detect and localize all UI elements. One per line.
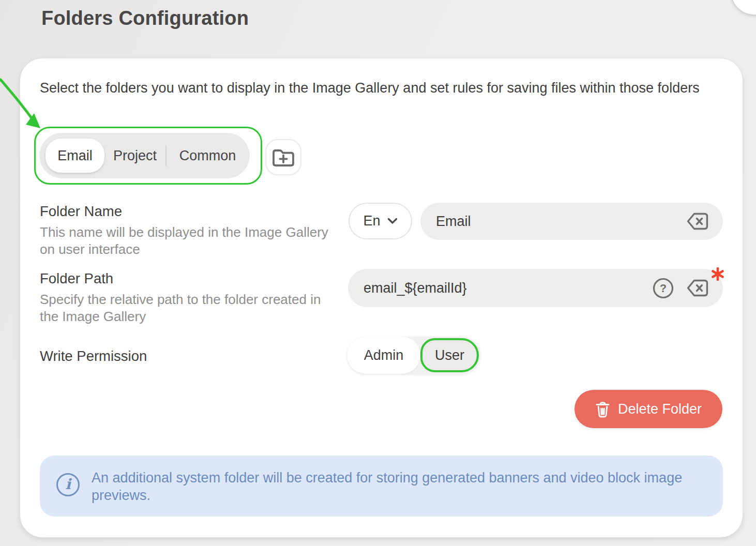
- tab-project[interactable]: Project: [104, 133, 165, 178]
- tab-email-label: Email: [57, 148, 93, 164]
- add-folder-button[interactable]: [265, 139, 301, 175]
- tab-common[interactable]: Common: [167, 133, 249, 178]
- annotation-arrow: [0, 77, 49, 131]
- folder-path-description: Specify the relative path to the folder …: [40, 291, 340, 325]
- folder-name-description: This name will be displayed in the Image…: [40, 224, 340, 257]
- folder-path-label: Folder Path: [40, 270, 113, 287]
- info-banner-text: An additional system folder will be crea…: [92, 469, 686, 504]
- folder-path-clear-button[interactable]: [686, 278, 709, 298]
- write-permission-toggle: Admin User: [347, 337, 480, 374]
- info-icon: i: [56, 473, 80, 496]
- card-description: Select the folders you want to display i…: [40, 79, 728, 97]
- folder-name-field: [420, 203, 723, 240]
- backspace-clear-icon: [686, 211, 709, 231]
- tab-email[interactable]: Email: [46, 139, 104, 173]
- folder-path-field: ?: [348, 269, 723, 307]
- folder-name-clear-button[interactable]: [686, 211, 709, 231]
- write-permission-option-user[interactable]: User: [420, 338, 479, 372]
- language-select-value: En: [363, 213, 380, 229]
- corner-partial-button[interactable]: [730, 0, 756, 16]
- folder-plus-icon: [271, 147, 295, 167]
- tab-project-label: Project: [113, 148, 157, 164]
- write-permission-label: Write Permission: [40, 348, 147, 365]
- trash-icon: [595, 401, 610, 418]
- delete-folder-button[interactable]: Delete Folder: [574, 390, 722, 428]
- user-option-label: User: [435, 347, 464, 363]
- info-banner: i An additional system folder will be cr…: [40, 456, 723, 517]
- svg-text:?: ?: [660, 282, 667, 295]
- question-mark-icon: ?: [652, 277, 674, 299]
- annotation-highlight-box: Email Project Common: [34, 127, 262, 185]
- folder-name-label: Folder Name: [40, 203, 122, 220]
- language-select[interactable]: En: [349, 203, 412, 239]
- folders-configuration-card: Select the folders you want to display i…: [20, 58, 743, 538]
- admin-option-label: Admin: [364, 347, 404, 363]
- backspace-clear-icon: [686, 278, 709, 298]
- folder-tabs: Email Project Common: [39, 133, 250, 178]
- required-asterisk-icon: [711, 267, 724, 281]
- folder-path-help-button[interactable]: ?: [652, 277, 674, 299]
- folder-path-input[interactable]: [348, 280, 652, 296]
- write-permission-option-admin[interactable]: Admin: [347, 337, 420, 374]
- tab-common-label: Common: [179, 148, 236, 164]
- delete-folder-label: Delete Folder: [618, 401, 702, 417]
- chevron-down-icon: [387, 218, 398, 224]
- folder-name-input[interactable]: [420, 214, 686, 230]
- page-title: Folders Configuration: [41, 7, 249, 29]
